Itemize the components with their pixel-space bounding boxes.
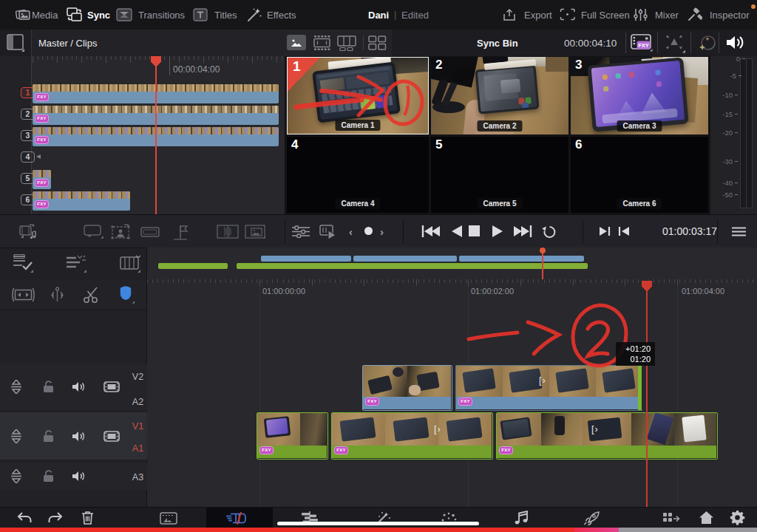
svg-text:FXY: FXY: [638, 42, 649, 49]
